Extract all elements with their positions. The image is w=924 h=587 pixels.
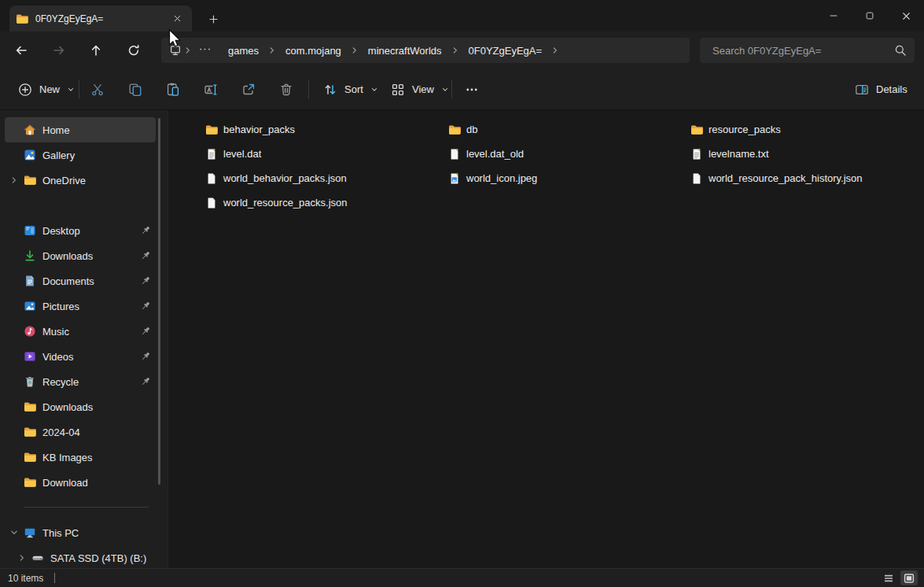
new-tab-button[interactable]: [203, 9, 223, 28]
copy-button[interactable]: [120, 76, 151, 104]
sidebar-item-onedrive[interactable]: OneDrive: [5, 168, 156, 193]
paste-button[interactable]: [157, 76, 189, 104]
sidebar-item-this-pc[interactable]: This PC: [5, 520, 156, 545]
sidebar-item-kb-images[interactable]: KB Images: [5, 445, 156, 470]
minimize-button[interactable]: [815, 0, 852, 31]
refresh-button[interactable]: [121, 38, 146, 63]
tab-close-button[interactable]: [168, 10, 186, 28]
sidebar-item-pictures[interactable]: Pictures: [5, 294, 156, 319]
tab-title: 0F0YZgEyEgA=: [35, 13, 168, 24]
chevron-right-icon[interactable]: [9, 175, 20, 186]
maximize-button[interactable]: [852, 0, 888, 31]
folder-icon: [24, 451, 36, 463]
cut-button[interactable]: [82, 76, 113, 104]
share-icon: [241, 82, 256, 98]
breadcrumb-minecraftworlds[interactable]: minecraftWorlds: [361, 42, 449, 60]
file-item-world-behavior-packs-json[interactable]: world_behavior_packs.json: [205, 166, 355, 190]
share-button[interactable]: [233, 76, 264, 104]
sort-arrows-icon: [322, 82, 338, 98]
breadcrumb-current-folder[interactable]: 0F0YZgEyEgA=: [462, 42, 550, 60]
command-toolbar: New Sort View: [0, 69, 924, 110]
file-item-levelname-txt[interactable]: levelname.txt: [690, 142, 777, 166]
music-icon: [24, 325, 36, 338]
view-button[interactable]: View: [382, 76, 458, 104]
more-options-button[interactable]: [456, 76, 488, 104]
clipboard-paste-icon: [165, 82, 181, 98]
thumbnail-view-toggle[interactable]: [900, 570, 918, 585]
status-separator: [54, 573, 55, 583]
navigation-sidebar: Home Gallery OneDrive Desktop: [0, 110, 167, 568]
details-pane-button[interactable]: Details: [846, 76, 915, 104]
search-box[interactable]: [700, 38, 915, 63]
explorer-tab[interactable]: 0F0YZgEyEgA=: [9, 6, 192, 31]
pin-icon: [140, 275, 151, 286]
sort-button[interactable]: Sort: [315, 76, 387, 104]
file-item-world-icon-jpeg[interactable]: world_icon.jpeg: [448, 166, 545, 190]
file-item-level-dat[interactable]: level.dat: [205, 142, 269, 166]
navigation-bar: ··· games com.mojang minecraftWorlds 0F0…: [0, 31, 924, 69]
trash-icon: [278, 82, 294, 98]
sidebar-item-sata-ssd[interactable]: SATA SSD (4TB) (B:): [5, 545, 156, 568]
chevron-down-icon[interactable]: [9, 527, 20, 538]
rename-button[interactable]: [195, 76, 226, 104]
document-lines-icon: [205, 148, 218, 161]
sidebar-item-videos[interactable]: Videos: [5, 344, 156, 369]
pin-icon: [140, 301, 151, 312]
this-pc-monitor-icon: [169, 44, 182, 57]
chevron-right-icon: [182, 45, 193, 56]
details-view-toggle[interactable]: [880, 570, 897, 585]
forward-button[interactable]: [46, 38, 72, 63]
ellipsis-icon: [464, 82, 480, 98]
sidebar-item-recycle[interactable]: Recycle: [5, 369, 156, 394]
folder-icon: [24, 426, 36, 438]
new-button[interactable]: New: [9, 76, 83, 104]
file-list-pane[interactable]: behavior_packs db resource_packs level.d…: [167, 110, 924, 568]
sidebar-scrollbar[interactable]: [158, 118, 160, 485]
image-file-icon: [448, 172, 461, 185]
chevron-right-icon: [550, 45, 561, 56]
chevron-right-icon: [450, 45, 461, 56]
toolbar-separator: [79, 80, 79, 99]
close-window-button[interactable]: [888, 0, 924, 31]
breadcrumb-com-mojang[interactable]: com.mojang: [278, 42, 348, 60]
details-pane-icon: [854, 82, 870, 98]
breadcrumb-overflow[interactable]: ···: [194, 42, 216, 59]
file-item-db[interactable]: db: [448, 117, 485, 142]
file-item-resource-packs[interactable]: resource_packs: [690, 117, 789, 142]
sidebar-item-2024-04[interactable]: 2024-04: [5, 419, 156, 445]
document-icon: [205, 172, 218, 185]
sidebar-item-music[interactable]: Music: [5, 319, 156, 344]
downloads-icon: [24, 249, 36, 262]
back-button[interactable]: [9, 38, 34, 63]
address-bar[interactable]: ··· games com.mojang minecraftWorlds 0F0…: [161, 38, 690, 63]
desktop-icon: [24, 224, 36, 237]
up-button[interactable]: [83, 38, 109, 63]
drive-icon: [31, 552, 44, 564]
sidebar-item-downloads-folder[interactable]: Downloads: [5, 394, 156, 419]
breadcrumb-games[interactable]: games: [221, 42, 266, 60]
videos-icon: [24, 350, 36, 363]
sidebar-item-gallery[interactable]: Gallery: [5, 142, 156, 168]
sidebar-item-downloads-pinned[interactable]: Downloads: [5, 243, 156, 268]
sidebar-item-desktop[interactable]: Desktop: [5, 218, 156, 243]
sidebar-item-download[interactable]: Download: [5, 470, 156, 495]
search-input[interactable]: [711, 44, 894, 57]
chevron-down-icon: [66, 85, 75, 94]
forward-icon: [53, 44, 65, 57]
scissors-icon: [90, 82, 105, 98]
sidebar-item-home[interactable]: Home: [5, 117, 156, 142]
folder-icon: [16, 13, 28, 25]
sidebar-divider: [24, 507, 149, 508]
file-item-level-dat-old[interactable]: level.dat_old: [448, 142, 532, 166]
file-item-world-resource-pack-history-json[interactable]: world_resource_pack_history.json: [690, 166, 871, 190]
chevron-down-icon: [370, 85, 379, 94]
file-item-world-resource-packs-json[interactable]: world_resource_packs.json: [205, 190, 355, 215]
copy-icon: [127, 82, 143, 98]
recycle-bin-icon: [24, 375, 36, 388]
delete-button[interactable]: [271, 76, 302, 104]
sidebar-item-documents[interactable]: Documents: [5, 268, 156, 294]
new-button-label: New: [39, 83, 60, 95]
this-pc-icon: [24, 526, 36, 539]
chevron-right-icon[interactable]: [17, 552, 28, 563]
file-item-behavior-packs[interactable]: behavior_packs: [205, 117, 303, 142]
